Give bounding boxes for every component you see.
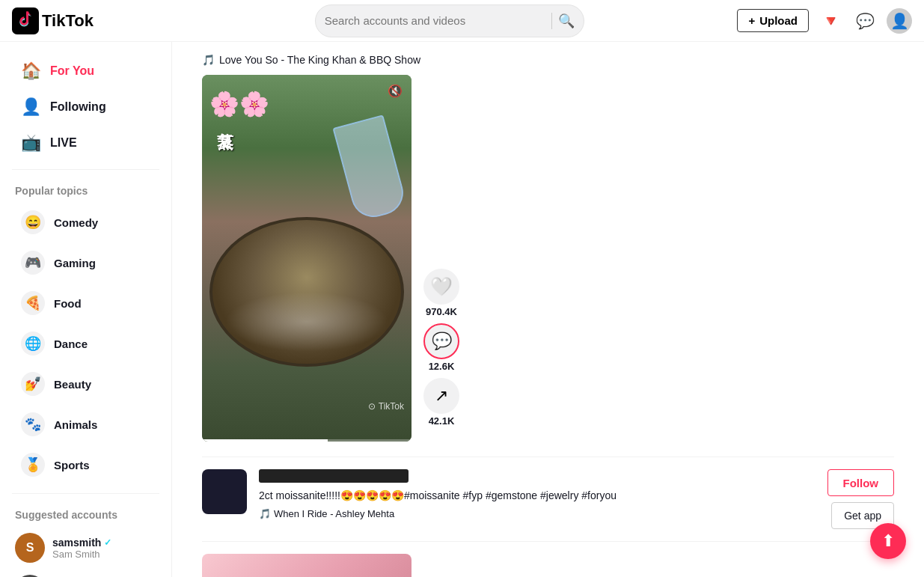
video3-thumbnail[interactable]: Free bi... (202, 554, 411, 577)
floating-action-icon: ⬆ (881, 531, 895, 551)
progress-bar-bg (202, 439, 411, 442)
sports-label: Sports (54, 459, 90, 471)
main-layout: 🏠 For You 👤 Following 📺 LIVE Popular top… (0, 42, 924, 577)
tiktok-wm-icon: ⊙ (368, 401, 376, 412)
follow-button[interactable]: Follow (827, 469, 895, 496)
upload-button[interactable]: + Upload (737, 9, 809, 32)
sidebar-item-animals[interactable]: 🐾 Animals (6, 405, 165, 444)
sidebar-item-gaming[interactable]: 🎮 Gaming (6, 243, 165, 282)
tiktok-wm-text: TikTok (379, 401, 404, 412)
beauty-label: Beauty (54, 378, 91, 391)
tiktok-logo-icon (12, 7, 39, 34)
search-divider (551, 13, 552, 29)
like-count: 970.4K (426, 306, 457, 317)
header: TikTok 🔍 + Upload 🔻 💬 👤 (0, 0, 924, 42)
samsmith-username: samsmith ✓ (52, 537, 111, 549)
sidebar-item-sports[interactable]: 🏅 Sports (6, 445, 165, 484)
video1-song-header: 🎵 Love You So - The King Khan & BBQ Show (202, 42, 894, 69)
beauty-icon: 💅 (21, 372, 45, 396)
animals-icon: 🐾 (21, 412, 45, 436)
video2-thumbnail-placeholder[interactable] (202, 469, 247, 514)
search-input[interactable] (325, 14, 545, 27)
sidebar-divider (12, 169, 159, 170)
comment-count: 12.6K (429, 361, 455, 372)
video2-username-bar (259, 469, 409, 483)
video2-row: 2ct moissanite!!!!!😍😍😍😍😍#moissanite #fyp… (202, 457, 894, 542)
share-button[interactable]: ↗ 42.1K (423, 378, 459, 427)
sidebar: 🏠 For You 👤 Following 📺 LIVE Popular top… (0, 42, 172, 577)
video2-actions: Follow Get app (827, 469, 895, 529)
video1-row: 🌸🌸 复蒸 🔇 ⊙ TikTok (202, 69, 894, 457)
comment-button[interactable]: 💬 12.6K (423, 323, 459, 372)
samsmith-info: samsmith ✓ Sam Smith (52, 537, 111, 560)
heart-icon: 🤍 (423, 269, 459, 305)
video2-song-text: When I Ride - Ashley Mehta (274, 508, 394, 519)
content-area: 🎵 Love You So - The King Khan & BBQ Show… (172, 42, 924, 577)
tiktok-watermark: ⊙ TikTok (368, 401, 404, 412)
sidebar-item-dance[interactable]: 🌐 Dance (6, 324, 165, 363)
dance-icon: 🌐 (21, 332, 45, 355)
upload-label: Upload (759, 14, 798, 27)
triangle-icon: 🔻 (821, 12, 840, 30)
sidebar-item-comedy[interactable]: 😄 Comedy (6, 203, 165, 242)
video1-song-text: Love You So - The King Khan & BBQ Show (219, 54, 420, 66)
samsmith-avatar: S (15, 533, 45, 563)
video2-song: 🎵 When I Ride - Ashley Mehta (259, 508, 816, 519)
floating-action-button[interactable]: ⬆ (870, 523, 906, 559)
flowers-decoration: 🌸🌸 (209, 90, 269, 118)
account-item-therock[interactable]: T therock ✓ The Rock (0, 569, 171, 577)
logo[interactable]: TikTok (12, 7, 162, 34)
dance-label: Dance (54, 338, 88, 350)
search-bar: 🔍 (162, 4, 737, 37)
suggested-accounts-title: Suggested accounts (0, 503, 171, 527)
sidebar-item-following[interactable]: 👤 Following (6, 90, 165, 124)
share-count: 42.1K (429, 415, 455, 427)
following-icon: 👤 (21, 97, 41, 117)
sidebar-item-for-you[interactable]: 🏠 For You (6, 54, 165, 88)
home-icon: 🏠 (21, 61, 41, 81)
live-label: LIVE (50, 136, 77, 150)
samsmith-displayname: Sam Smith (52, 549, 111, 560)
sidebar-divider-2 (12, 493, 159, 494)
plus-icon: + (748, 14, 755, 27)
comedy-icon: 😄 (21, 210, 45, 234)
for-you-label: For You (50, 64, 94, 78)
samsmith-verified-icon: ✓ (104, 537, 111, 548)
like-button[interactable]: 🤍 970.4K (423, 269, 459, 317)
share-icon: ↗ (423, 378, 459, 414)
message-icon: 💬 (856, 12, 875, 30)
search-icon: 🔍 (558, 13, 575, 28)
sidebar-item-beauty[interactable]: 💅 Beauty (6, 364, 165, 403)
music-note-icon-2: 🎵 (259, 508, 271, 519)
following-label: Following (50, 100, 106, 114)
account-item-samsmith[interactable]: S samsmith ✓ Sam Smith (0, 527, 171, 569)
search-button[interactable]: 🔍 (558, 13, 575, 29)
gaming-label: Gaming (54, 257, 96, 269)
sidebar-item-food[interactable]: 🍕 Food (6, 284, 165, 323)
inbox-icon-button[interactable]: 🔻 (818, 8, 843, 34)
profile-avatar-button[interactable]: 👤 (887, 8, 912, 34)
video2-description: 2ct moissanite!!!!!😍😍😍😍😍#moissanite #fyp… (259, 489, 708, 504)
popular-topics-title: Popular topics (0, 179, 171, 203)
header-actions: + Upload 🔻 💬 👤 (737, 8, 912, 34)
steam-visual (224, 292, 389, 352)
comment-icon: 💬 (423, 323, 459, 359)
comedy-label: Comedy (54, 216, 98, 229)
messages-icon-button[interactable]: 💬 (852, 8, 878, 34)
progress-bar-fill (202, 439, 328, 442)
video3-row: Free bi... (202, 542, 894, 577)
gaming-icon: 🎮 (21, 251, 45, 275)
live-icon: 📺 (21, 133, 41, 153)
food-icon: 🍕 (21, 291, 45, 315)
music-note-icon: 🎵 (202, 54, 215, 66)
video1-thumbnail[interactable]: 🌸🌸 复蒸 🔇 ⊙ TikTok (202, 75, 411, 442)
animals-label: Animals (54, 418, 97, 431)
interaction-panel: 🤍 970.4K 💬 12.6K ↗ 42.1K (423, 75, 459, 442)
mute-icon[interactable]: 🔇 (388, 84, 403, 98)
video2-info: 2ct moissanite!!!!!😍😍😍😍😍#moissanite #fyp… (259, 469, 816, 519)
logo-text: TikTok (42, 11, 94, 31)
sidebar-item-live[interactable]: 📺 LIVE (6, 126, 165, 160)
food-label: Food (54, 297, 82, 310)
sports-icon: 🏅 (21, 453, 45, 477)
avatar-icon: 👤 (890, 12, 909, 30)
